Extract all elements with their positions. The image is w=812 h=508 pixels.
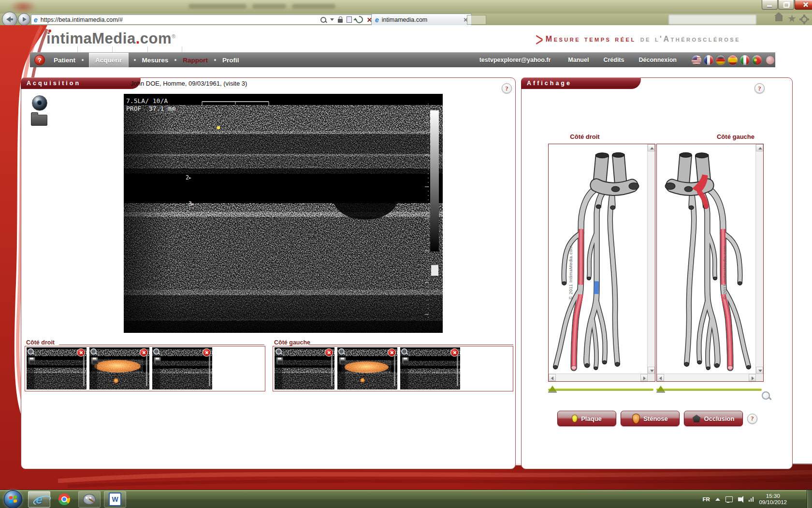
account-email[interactable]: testvpexplorer@yahoo.fr [479,57,551,63]
flag-france-icon[interactable] [703,55,714,65]
camera-probe-icon[interactable] [32,95,47,111]
thumb-magnifier-icon[interactable] [28,348,34,355]
horizontal-scrollbar[interactable] [549,374,648,381]
scroll-right-icon[interactable] [749,374,756,381]
flag-portugal-icon[interactable] [752,55,762,65]
show-desktop-button[interactable] [807,490,812,508]
new-tab-button[interactable] [467,15,486,25]
browser-tab[interactable]: e intimamedia.com [371,14,472,25]
taskbar-word-button[interactable]: W [104,491,126,508]
taskbar-ie-button[interactable]: e [28,491,50,508]
thumb-magnifier-icon[interactable] [276,348,282,355]
start-button[interactable] [4,490,22,508]
thumb-delete-icon[interactable] [388,348,396,357]
affichage-help-icon[interactable]: ? [754,83,765,93]
legend-button-occlusion[interactable]: Occlusion [684,411,743,426]
close-button[interactable] [795,0,812,10]
thumb-delete-icon[interactable] [140,348,148,357]
home-icon[interactable] [775,16,783,21]
scroll-up-icon[interactable] [648,144,655,151]
scroll-left-icon[interactable] [549,374,556,381]
vertical-scrollbar[interactable] [647,144,655,374]
thumb-magnifier-icon[interactable] [90,348,97,355]
display-icon[interactable] [725,496,733,502]
flag-germany-icon[interactable] [715,55,726,65]
folder-icon[interactable] [31,115,47,126]
magnifier-icon[interactable] [762,391,770,400]
nav-link-deconnexion[interactable]: Déconnexion [639,57,677,63]
refresh-icon[interactable] [354,15,364,25]
url-text[interactable]: https://beta.intimamedia.com/# [41,16,123,23]
scroll-down-icon[interactable] [756,367,763,374]
thumb-magnifier-icon[interactable] [401,348,407,355]
thumb-save-icon[interactable] [402,357,409,364]
network-icon[interactable] [749,497,754,502]
zoom-slider-gauche[interactable] [656,386,762,393]
vertical-scrollbar[interactable] [755,144,763,374]
forward-button[interactable] [18,13,30,26]
thumb-save-icon[interactable] [91,357,98,364]
nav-help-icon[interactable]: ? [34,55,45,65]
scroll-up-icon[interactable] [756,144,763,151]
flag-us-icon[interactable] [691,55,702,65]
nav-link-manuel[interactable]: Manuel [568,57,589,63]
flag-italy-icon[interactable] [740,55,750,65]
thumb-save-icon[interactable] [154,357,161,364]
artery-diagram-gauche[interactable]: © 2011 IntimaMedia.com [656,144,764,382]
slider-handle-icon[interactable] [657,386,665,391]
thumb-delete-icon[interactable] [325,348,333,357]
slider-track[interactable] [656,388,762,390]
slider-handle-icon[interactable] [549,386,556,391]
thumb-delete-icon[interactable] [450,348,459,357]
favorites-star-icon[interactable] [788,15,796,23]
tray-expand-icon[interactable] [715,498,720,501]
thumbnail-doppler[interactable] [337,347,397,389]
compatibility-view-icon[interactable] [347,16,352,23]
ultrasound-image[interactable]: 7.5LA/ 10/APROF 37.1 mm 2► 3► [124,94,443,333]
nav-link-credits[interactable]: Crédits [603,57,624,63]
window-titlebar[interactable] [0,0,812,14]
restore-button[interactable] [778,0,794,10]
search-dropdown-caret-icon[interactable] [330,18,334,21]
thumbnail[interactable] [152,347,212,389]
legend-help-icon[interactable]: ? [747,414,757,424]
tools-gear-icon[interactable] [801,16,808,23]
taskbar-chrome-button[interactable] [54,492,75,507]
site-logo[interactable]: intimaMedia.com® [46,30,176,47]
thumbnail[interactable] [400,347,460,389]
search-icon[interactable] [320,17,326,23]
nav-item-rapport[interactable]: Rapport [182,53,209,67]
blue-segment[interactable] [596,281,597,294]
minimize-button[interactable] [762,0,778,10]
language-indicator[interactable]: FR [703,496,710,502]
thumbnail[interactable] [275,347,334,389]
nav-item-patient[interactable]: Patient [53,53,76,67]
thumb-delete-icon[interactable] [77,348,85,357]
nav-item-profil[interactable]: Profil [221,53,240,67]
artery-diagram-droit[interactable]: © 2011 IntimaMedia.com [548,144,655,382]
thumb-delete-icon[interactable] [203,348,211,357]
legend-button-stenose[interactable]: Sténose [621,411,680,426]
thumb-save-icon[interactable] [28,357,35,364]
flag-spain-icon[interactable] [727,55,738,65]
thumb-magnifier-icon[interactable] [338,348,345,355]
scroll-right-icon[interactable] [640,374,648,381]
thumb-save-icon[interactable] [339,357,346,364]
slider-track[interactable] [548,388,653,390]
taskbar-gimp-button[interactable] [78,491,101,508]
volume-icon[interactable] [738,497,741,501]
acquisition-help-icon[interactable]: ? [502,83,512,93]
thumb-save-icon[interactable] [276,357,283,364]
thumbnail-doppler[interactable] [89,347,149,389]
address-bar[interactable]: e https://beta.intimamedia.com/# [31,15,375,25]
scroll-left-icon[interactable] [657,374,664,381]
zoom-slider-droit[interactable] [548,386,653,393]
clock[interactable]: 15:30 09/10/2012 [759,493,787,506]
thumbnail[interactable] [27,347,87,389]
scroll-down-icon[interactable] [648,367,655,374]
horizontal-scrollbar[interactable] [657,374,756,381]
nav-item-acquerir[interactable]: Acquérir [89,53,129,67]
legend-button-plaque[interactable]: Plaque [557,411,616,426]
thumb-magnifier-icon[interactable] [153,348,160,355]
nav-item-mesures[interactable]: Mesures [141,53,170,67]
